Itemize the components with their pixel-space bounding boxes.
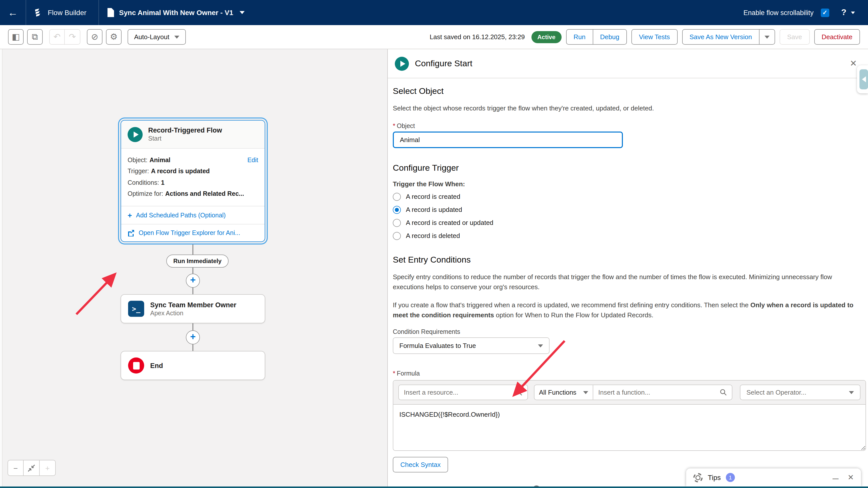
object-row-value: Animal	[149, 156, 170, 164]
help-menu[interactable]: ?	[841, 7, 855, 18]
trigger-row-value: A record is updated	[151, 167, 210, 176]
trigger-when-label: Trigger the Flow When:	[393, 180, 862, 188]
operator-select[interactable]: Select an Operator...	[740, 385, 861, 400]
fit-view-button[interactable]	[24, 460, 40, 476]
docked-panel-toggle[interactable]	[857, 65, 868, 93]
insert-resource-search[interactable]	[398, 385, 528, 400]
apex-node-subtitle: Apex Action	[150, 310, 236, 317]
flow-builder-home[interactable]: Flow Builder	[26, 0, 99, 25]
stop-icon	[128, 357, 144, 373]
add-scheduled-paths-link[interactable]: + Add Scheduled Paths (Optional)	[121, 206, 265, 224]
status-badge: Active	[531, 31, 562, 43]
paragraph-text: option for When to Run the Flow for Upda…	[494, 311, 653, 319]
back-arrow-icon[interactable]	[0, 0, 26, 25]
configure-start-panel: Configure Start Select Object Select the…	[387, 49, 868, 488]
redo-icon: ↷	[69, 33, 76, 41]
run-button[interactable]: Run	[566, 29, 593, 45]
app-title: Flow Builder	[48, 8, 86, 17]
scrollability-checkbox[interactable]	[820, 8, 829, 17]
search-icon	[516, 389, 522, 396]
radio-record-created-or-updated[interactable]	[393, 219, 401, 227]
scrollability-label: Enable flow scrollability	[743, 9, 813, 16]
zoom-out-button[interactable]: −	[7, 460, 24, 476]
object-input[interactable]	[393, 131, 623, 148]
configure-trigger-heading: Configure Trigger	[393, 163, 862, 173]
debug-button[interactable]: Debug	[593, 29, 627, 45]
deactivate-button[interactable]: Deactivate	[814, 29, 860, 45]
entry-conditions-heading: Set Entry Conditions	[393, 255, 862, 265]
tips-count-badge: 1	[726, 473, 735, 482]
last-saved-text: Last saved on 16.12.2025, 23:29	[430, 33, 525, 41]
select-elements-button[interactable]: ⧉	[27, 29, 43, 45]
conditions-row-label: Conditions:	[128, 178, 159, 187]
close-icon[interactable]	[848, 473, 854, 482]
redo-button[interactable]: ↷	[65, 29, 81, 45]
trigger-row-label: Trigger:	[128, 167, 149, 176]
toolbox-collapsed-strip	[0, 49, 2, 488]
zoom-in-button[interactable]: +	[40, 460, 56, 476]
terminal-icon: >_	[128, 301, 144, 317]
start-node[interactable]: Record-Triggered Flow Start Object: Anim…	[121, 120, 265, 242]
save-options-button[interactable]	[760, 29, 775, 45]
insert-function-search[interactable]	[593, 385, 733, 400]
start-node-title: Record-Triggered Flow	[148, 127, 222, 134]
minimize-icon[interactable]	[829, 473, 843, 482]
play-icon	[128, 127, 143, 142]
radio-label: A record is deleted	[406, 232, 460, 239]
function-category-value: All Functions	[539, 389, 577, 396]
fit-view-icon	[28, 464, 35, 472]
slash-circle-icon: ⊘	[91, 33, 98, 41]
undo-button[interactable]: ↶	[49, 29, 65, 45]
life-buoy-icon	[693, 473, 703, 482]
apex-action-node[interactable]: >_ Sync Team Member Owner Apex Action	[121, 294, 265, 323]
condition-requirements-select[interactable]: Formula Evaluates to True	[393, 337, 550, 354]
open-flow-trigger-explorer-link[interactable]: Open Flow Trigger Explorer for Ani...	[121, 224, 265, 241]
save-button[interactable]: Save	[780, 29, 809, 45]
gear-icon: ⚙	[110, 33, 118, 41]
edit-link[interactable]: Edit	[247, 156, 258, 164]
run-immediately-label: Run Immediately	[166, 255, 228, 268]
layout-mode-select[interactable]: Auto-Layout	[128, 29, 186, 45]
formula-textarea[interactable]: ISCHANGED({!$Record.OwnerId})	[393, 404, 866, 450]
start-node-subtitle: Start	[148, 135, 222, 142]
chevron-down-icon	[538, 344, 543, 347]
tips-label: Tips	[708, 474, 721, 482]
chevron-left-icon	[860, 69, 868, 89]
help-icon: ?	[841, 7, 846, 18]
play-icon	[395, 57, 409, 70]
flow-toolbar: ◧ ⧉ ↶ ↷ ⊘ ⚙ Auto-Layout Last saved on 16…	[0, 25, 868, 49]
radio-label: A record is created	[406, 193, 460, 200]
chevron-down-icon	[240, 11, 245, 14]
chevron-down-icon	[765, 35, 770, 38]
apex-node-title: Sync Team Member Owner	[150, 301, 236, 308]
search-icon	[720, 389, 727, 396]
check-syntax-button[interactable]: Check Syntax	[393, 457, 448, 473]
flow-title-menu[interactable]: Sync Animal With New Owner - V1	[99, 0, 253, 25]
flow-settings-button[interactable]: ⚙	[106, 29, 122, 45]
undo-icon: ↶	[54, 33, 61, 41]
function-category-select[interactable]: All Functions	[534, 385, 593, 400]
view-errors-button[interactable]: ⊘	[87, 29, 102, 45]
entry-conditions-paragraph-1: Specify entry conditions to reduce the n…	[393, 272, 862, 292]
radio-record-created[interactable]	[393, 193, 401, 201]
select-object-heading: Select Object	[393, 86, 862, 96]
save-as-new-version-button[interactable]: Save As New Version	[682, 29, 760, 45]
add-element-button[interactable]	[186, 273, 200, 288]
end-node[interactable]: End	[121, 351, 265, 380]
entry-conditions-paragraph-2: If you create a flow that's triggered wh…	[393, 300, 862, 321]
end-node-label: End	[150, 362, 163, 369]
zoom-out-icon: −	[13, 464, 18, 472]
radio-record-deleted[interactable]	[393, 232, 401, 240]
add-element-button[interactable]	[186, 330, 200, 345]
formula-label: Formula	[393, 370, 862, 377]
zoom-in-icon: +	[45, 464, 50, 472]
radio-record-updated[interactable]	[393, 205, 401, 214]
flow-canvas[interactable]: Record-Triggered Flow Start Object: Anim…	[0, 49, 387, 488]
flow-builder-icon	[33, 7, 43, 18]
toggle-toolbox-button[interactable]: ◧	[8, 29, 24, 45]
condition-requirements-label: Condition Requirements	[393, 328, 862, 335]
insert-function-input[interactable]	[598, 389, 720, 396]
chevron-down-icon	[851, 11, 855, 14]
insert-resource-input[interactable]	[404, 389, 516, 396]
view-tests-button[interactable]: View Tests	[631, 29, 677, 45]
